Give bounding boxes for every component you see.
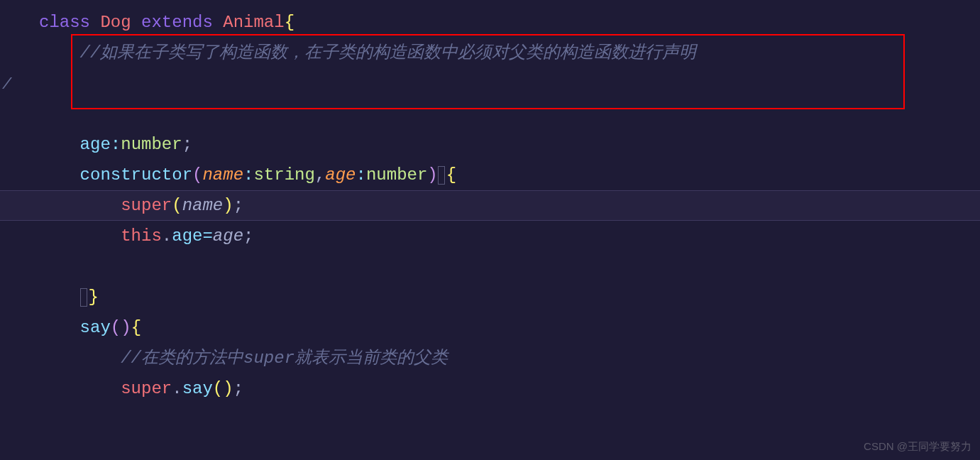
param-age: age <box>325 160 356 190</box>
paren-close: ) <box>121 312 131 343</box>
semicolon: ; <box>243 221 253 251</box>
colon: : <box>243 160 253 190</box>
code-line[interactable]: age:number; <box>0 129 980 160</box>
code-line[interactable]: this.age=age; <box>0 221 980 251</box>
code-line[interactable]: constructor(name:string,age:number){ <box>0 160 980 190</box>
code-line[interactable]: } <box>0 282 980 312</box>
dot: . <box>172 373 182 404</box>
paren-open: ( <box>213 373 223 404</box>
type-string: string <box>253 160 314 190</box>
code-line[interactable]: //如果在子类写了构造函数，在子类的构造函数中必须对父类的构造函数进行声明 <box>0 38 980 68</box>
method-say: say <box>80 312 111 343</box>
indent <box>39 129 80 160</box>
code-line-empty[interactable] <box>0 99 980 129</box>
colon: : <box>356 160 366 190</box>
constructor-keyword: constructor <box>80 160 192 190</box>
indent <box>39 343 121 373</box>
keyword-extends: extends <box>141 7 223 38</box>
comma: , <box>315 160 325 190</box>
brace-open: { <box>446 160 456 190</box>
code-line-empty[interactable] <box>0 68 980 99</box>
gutter-fold-indicator: / <box>2 71 11 99</box>
bracket-match-indicator <box>438 166 445 185</box>
bracket-match-indicator <box>80 288 87 307</box>
type-number: number <box>121 129 182 160</box>
class-name-dog: Dog <box>100 7 141 38</box>
brace-open: { <box>131 312 141 343</box>
keyword-class: class <box>39 7 100 38</box>
method-say: say <box>182 373 213 404</box>
param-name: name <box>202 160 243 190</box>
super-keyword: super <box>121 190 172 221</box>
comment-text: //在类的方法中super就表示当前类的父类 <box>121 343 448 373</box>
code-editor[interactable]: class Dog extends Animal{ //如果在子类写了构造函数，… <box>0 0 980 404</box>
indent <box>39 312 80 343</box>
this-keyword: this <box>121 221 162 251</box>
paren-close: ) <box>223 373 233 404</box>
super-keyword: super <box>121 373 172 404</box>
paren-open: ( <box>111 312 121 343</box>
paren-open: ( <box>172 190 182 221</box>
code-line[interactable]: super.say(); <box>0 373 980 404</box>
type-number: number <box>366 160 427 190</box>
paren-open: ( <box>192 160 202 190</box>
code-line[interactable]: //在类的方法中super就表示当前类的父类 <box>0 343 980 373</box>
semicolon: ; <box>233 190 243 221</box>
comment-text: //如果在子类写了构造函数，在子类的构造函数中必须对父类的构造函数进行声明 <box>80 38 697 68</box>
code-line-highlighted[interactable]: super(name); <box>0 190 980 221</box>
paren-close: ) <box>427 160 437 190</box>
code-line[interactable]: class Dog extends Animal{ <box>0 7 980 38</box>
dot: . <box>162 221 172 251</box>
indent <box>39 282 80 312</box>
paren-close: ) <box>223 190 233 221</box>
assign-operator: = <box>202 221 212 251</box>
code-line-empty[interactable] <box>0 251 980 282</box>
brace-close: } <box>89 282 99 312</box>
brace-open: { <box>285 7 294 38</box>
indent <box>39 160 80 190</box>
semicolon: ; <box>182 129 192 160</box>
code-line[interactable]: say(){ <box>0 312 980 343</box>
indent <box>39 221 121 251</box>
property-age: age <box>80 129 111 160</box>
colon: : <box>111 129 121 160</box>
indent <box>39 190 121 221</box>
watermark-text: CSDN @王同学要努力 <box>864 437 971 456</box>
arg-name: name <box>182 190 224 221</box>
indent <box>39 373 121 404</box>
value-age: age <box>213 221 243 251</box>
semicolon: ; <box>233 373 243 404</box>
indent <box>39 38 80 68</box>
property-age: age <box>172 221 202 251</box>
class-name-animal: Animal <box>223 7 284 38</box>
